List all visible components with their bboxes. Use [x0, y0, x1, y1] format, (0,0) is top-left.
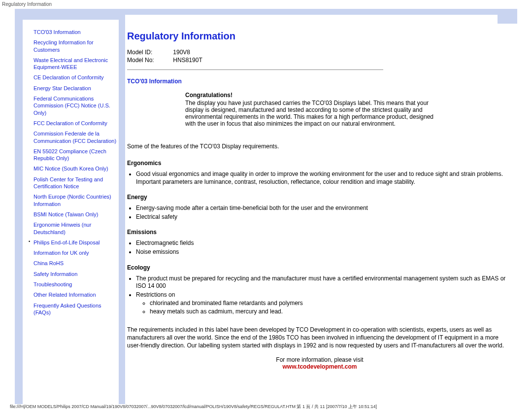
sidebar-item[interactable]: Information for UK only	[30, 249, 118, 256]
sidebar-link[interactable]: Information for UK only	[33, 250, 89, 256]
ecology-list: The product must be prepared for recycli…	[136, 275, 512, 316]
list-item: Noise emissions	[136, 248, 512, 256]
sidebar-link[interactable]: Philips End-of-Life Disposal	[33, 240, 100, 245]
sidebar-link[interactable]: EN 55022 Compliance (Czech Republic Only…	[33, 148, 106, 161]
list-item: Electrical safety	[136, 213, 512, 221]
tco-link[interactable]: www.tcodevelopment.com	[283, 363, 357, 370]
sidebar-link[interactable]: China RoHS	[33, 260, 64, 266]
sidebar-link[interactable]: BSMI Notice (Taiwan Only)	[33, 211, 98, 217]
sidebar-link[interactable]: Waste Electrical and Electronic Equipmen…	[33, 57, 108, 70]
sidebar-item[interactable]: Safety Information	[30, 271, 118, 277]
sidebar-item[interactable]: North Europe (Nordic Countries) Informat…	[30, 193, 118, 207]
sidebar-item[interactable]: Energy Star Declaration	[30, 85, 118, 92]
more-info-block: For more information, please visit www.t…	[127, 356, 512, 370]
sidebar-link[interactable]: TCO'03 Information	[33, 29, 81, 35]
sidebar-link[interactable]: Recycling Information for Customers	[33, 39, 94, 52]
sidebar-item[interactable]: Federal Communications Commission (FCC) …	[30, 95, 118, 116]
sidebar-link[interactable]: CE Declaration of Conformity	[33, 74, 103, 80]
model-id-row: Model ID: 190V8	[127, 49, 512, 56]
ergonomics-list: Good visual ergonomics and image quality…	[136, 171, 512, 186]
sidebar-link[interactable]: Other Related Information	[33, 292, 96, 298]
sidebar-link[interactable]: MIC Notice (South Korea Only)	[33, 166, 108, 171]
sidebar-item[interactable]: BSMI Notice (Taiwan Only)	[30, 211, 118, 218]
model-no-value: HNS8190T	[173, 57, 202, 64]
ergonomics-title: Ergonomics	[127, 160, 512, 167]
sidebar-link[interactable]: North Europe (Nordic Countries) Informat…	[33, 194, 111, 206]
features-intro: Some of the features of the TCO'03 Displ…	[127, 143, 512, 150]
sidebar-item[interactable]: Frequently Asked Questions (FAQs)	[30, 302, 118, 316]
sidebar-item[interactable]: FCC Declaration of Conformity	[30, 120, 118, 127]
emissions-title: Emissions	[127, 229, 512, 236]
footer-path: file:///H|/OEM MODELS/Philips 2007/CD Ma…	[10, 404, 522, 410]
sidebar-link[interactable]: FCC Declaration of Conformity	[33, 120, 107, 126]
sidebar-item[interactable]: MIC Notice (South Korea Only)	[30, 165, 118, 172]
model-id-label: Model ID:	[127, 49, 171, 56]
sidebar-link[interactable]: Energy Star Declaration	[33, 85, 91, 91]
sidebar-item[interactable]: TCO'03 Information	[30, 29, 118, 35]
sidebar-item[interactable]: Commission Federale de la Communication …	[30, 130, 118, 144]
sidebar-item[interactable]: Ergonomie Hinweis (nur Deutschland)	[30, 221, 118, 236]
main-content: Regulatory Information Model ID: 190V8 M…	[127, 20, 512, 370]
list-item: Restrictions onchlorinated and brominate…	[136, 291, 512, 316]
list-item: heavy metals such as cadmium, mercury an…	[150, 308, 512, 316]
model-id-value: 190V8	[173, 49, 190, 56]
model-no-row: Model No: HNS8190T	[127, 57, 512, 64]
ecology-sublist: chlorinated and brominated flame retarda…	[150, 300, 512, 315]
sidebar-link[interactable]: Safety Information	[33, 271, 77, 277]
energy-title: Energy	[127, 194, 512, 201]
header-path-label: Regulatory Information	[0, 0, 532, 8]
sidebar-link[interactable]: Polish Center for Testing and Certificat…	[33, 176, 103, 189]
congrats-block: Congratulations! The display you have ju…	[185, 92, 441, 127]
congrats-body: The display you have just purchased carr…	[185, 100, 441, 127]
sidebar-item[interactable]: Troubleshooting	[30, 281, 118, 288]
sidebar-item[interactable]: CE Declaration of Conformity	[30, 74, 118, 81]
tco-section-title: TCO'03 Information	[127, 78, 512, 85]
sidebar-link[interactable]: Troubleshooting	[33, 281, 72, 287]
model-no-label: Model No:	[127, 57, 171, 64]
sidebar-nav: TCO'03 InformationRecycling Information …	[30, 29, 118, 319]
requirements-paragraph: The requirements included in this label …	[127, 326, 512, 350]
separator	[127, 69, 383, 70]
list-item: Energy-saving mode after a certain time-…	[136, 205, 512, 212]
sidebar-item[interactable]: Other Related Information	[30, 291, 118, 298]
sidebar-link[interactable]: Frequently Asked Questions (FAQs)	[33, 303, 101, 315]
sidebar-link[interactable]: Federal Communications Commission (FCC) …	[33, 96, 110, 116]
energy-list: Energy-saving mode after a certain time-…	[136, 205, 512, 221]
sidebar-link[interactable]: Ergonomie Hinweis (nur Deutschland)	[33, 222, 91, 235]
ecology-title: Ecology	[127, 264, 512, 271]
list-item: chlorinated and brominated flame retarda…	[150, 300, 512, 308]
sidebar-item[interactable]: China RoHS	[30, 260, 118, 267]
emissions-list: Electromagnetic fieldsNoise emissions	[136, 240, 512, 256]
list-item: Electromagnetic fields	[136, 240, 512, 247]
list-item: The product must be prepared for recycli…	[136, 275, 512, 290]
sidebar-item[interactable]: Recycling Information for Customers	[30, 39, 118, 53]
sidebar-item[interactable]: Philips End-of-Life Disposal	[30, 239, 118, 246]
congrats-title: Congratulations!	[185, 92, 441, 99]
sidebar-item[interactable]: Polish Center for Testing and Certificat…	[30, 176, 118, 190]
list-item: Good visual ergonomics and image quality…	[136, 171, 512, 186]
sidebar-item[interactable]: EN 55022 Compliance (Czech Republic Only…	[30, 148, 118, 162]
sidebar-item[interactable]: Waste Electrical and Electronic Equipmen…	[30, 57, 118, 71]
sidebar-link[interactable]: Commission Federale de la Communication …	[33, 131, 116, 143]
top-stripe	[15, 9, 517, 15]
more-info-text: For more information, please visit	[276, 356, 363, 363]
page-title: Regulatory Information	[127, 31, 512, 42]
